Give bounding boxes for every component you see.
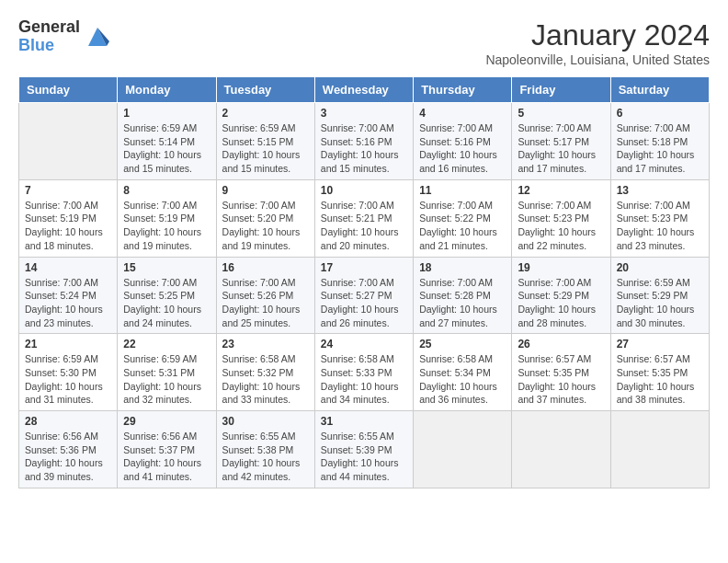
day-number: 10 (321, 184, 407, 197)
day-number: 6 (617, 107, 703, 120)
day-number: 14 (25, 261, 111, 274)
weekday-header-monday: Monday (118, 77, 216, 103)
day-info: Sunrise: 7:00 AM Sunset: 5:26 PM Dayligh… (222, 276, 309, 330)
calendar-cell: 27Sunrise: 6:57 AM Sunset: 5:35 PM Dayli… (610, 334, 709, 411)
calendar-cell: 23Sunrise: 6:58 AM Sunset: 5:32 PM Dayli… (216, 334, 314, 411)
calendar-cell (414, 411, 512, 488)
calendar-cell (512, 411, 610, 488)
day-info: Sunrise: 7:00 AM Sunset: 5:21 PM Dayligh… (321, 199, 407, 253)
calendar-cell: 11Sunrise: 7:00 AM Sunset: 5:22 PM Dayli… (414, 179, 512, 257)
day-number: 30 (222, 415, 309, 428)
day-info: Sunrise: 7:00 AM Sunset: 5:28 PM Dayligh… (419, 276, 506, 330)
day-info: Sunrise: 7:00 AM Sunset: 5:23 PM Dayligh… (518, 199, 604, 253)
day-number: 19 (518, 261, 604, 274)
weekday-header-row: SundayMondayTuesdayWednesdayThursdayFrid… (19, 77, 710, 103)
day-number: 1 (123, 107, 210, 120)
day-info: Sunrise: 7:00 AM Sunset: 5:29 PM Dayligh… (518, 276, 604, 330)
day-info: Sunrise: 6:58 AM Sunset: 5:34 PM Dayligh… (419, 352, 506, 407)
weekday-header-tuesday: Tuesday (216, 77, 314, 103)
day-info: Sunrise: 6:59 AM Sunset: 5:29 PM Dayligh… (617, 276, 703, 330)
day-info: Sunrise: 7:00 AM Sunset: 5:23 PM Dayligh… (617, 199, 703, 253)
day-info: Sunrise: 6:59 AM Sunset: 5:15 PM Dayligh… (222, 121, 309, 176)
calendar-cell: 3Sunrise: 7:00 AM Sunset: 5:16 PM Daylig… (314, 103, 413, 180)
day-info: Sunrise: 7:00 AM Sunset: 5:25 PM Dayligh… (123, 276, 210, 330)
day-number: 28 (25, 415, 111, 428)
calendar-week-row: 21Sunrise: 6:59 AM Sunset: 5:30 PM Dayli… (19, 334, 710, 411)
day-info: Sunrise: 7:00 AM Sunset: 5:24 PM Dayligh… (25, 276, 111, 330)
calendar-cell: 19Sunrise: 7:00 AM Sunset: 5:29 PM Dayli… (512, 257, 610, 334)
day-info: Sunrise: 6:56 AM Sunset: 5:36 PM Dayligh… (25, 430, 111, 484)
calendar-week-row: 7Sunrise: 7:00 AM Sunset: 5:19 PM Daylig… (19, 179, 710, 257)
day-info: Sunrise: 7:00 AM Sunset: 5:16 PM Dayligh… (419, 121, 506, 176)
day-info: Sunrise: 6:58 AM Sunset: 5:32 PM Dayligh… (222, 352, 309, 407)
calendar-cell: 4Sunrise: 7:00 AM Sunset: 5:16 PM Daylig… (414, 103, 512, 180)
logo-icon (84, 23, 111, 51)
day-number: 9 (222, 184, 309, 197)
weekday-header-wednesday: Wednesday (314, 77, 413, 103)
day-number: 22 (123, 338, 210, 350)
calendar-cell: 6Sunrise: 7:00 AM Sunset: 5:18 PM Daylig… (610, 103, 709, 180)
day-number: 3 (321, 107, 407, 120)
day-number: 23 (222, 338, 309, 350)
weekday-header-friday: Friday (512, 77, 610, 103)
weekday-header-thursday: Thursday (414, 77, 512, 103)
calendar-cell: 28Sunrise: 6:56 AM Sunset: 5:36 PM Dayli… (19, 411, 118, 488)
calendar-cell: 24Sunrise: 6:58 AM Sunset: 5:33 PM Dayli… (314, 334, 413, 411)
day-number: 24 (321, 338, 407, 350)
logo-general-text: General (18, 18, 80, 37)
day-number: 2 (222, 107, 309, 120)
calendar-cell: 26Sunrise: 6:57 AM Sunset: 5:35 PM Dayli… (512, 334, 610, 411)
logo-blue-text: Blue (18, 37, 80, 55)
day-number: 16 (222, 261, 309, 274)
day-info: Sunrise: 7:00 AM Sunset: 5:22 PM Dayligh… (419, 199, 506, 253)
calendar-cell: 15Sunrise: 7:00 AM Sunset: 5:25 PM Dayli… (118, 257, 216, 334)
calendar-week-row: 1Sunrise: 6:59 AM Sunset: 5:14 PM Daylig… (19, 103, 710, 180)
day-number: 15 (123, 261, 210, 274)
weekday-header-sunday: Sunday (19, 77, 118, 103)
day-number: 20 (617, 261, 703, 274)
calendar-cell: 12Sunrise: 7:00 AM Sunset: 5:23 PM Dayli… (512, 179, 610, 257)
day-info: Sunrise: 6:59 AM Sunset: 5:14 PM Dayligh… (123, 121, 210, 176)
day-info: Sunrise: 6:57 AM Sunset: 5:35 PM Dayligh… (518, 352, 604, 407)
page-header: General Blue January 2024 Napoleonville,… (18, 18, 710, 67)
calendar-cell: 9Sunrise: 7:00 AM Sunset: 5:20 PM Daylig… (216, 179, 314, 257)
day-number: 17 (321, 261, 407, 274)
day-info: Sunrise: 7:00 AM Sunset: 5:20 PM Dayligh… (222, 199, 309, 253)
day-info: Sunrise: 6:55 AM Sunset: 5:39 PM Dayligh… (321, 430, 407, 484)
day-info: Sunrise: 7:00 AM Sunset: 5:17 PM Dayligh… (518, 121, 604, 176)
calendar-cell: 16Sunrise: 7:00 AM Sunset: 5:26 PM Dayli… (216, 257, 314, 334)
day-info: Sunrise: 6:58 AM Sunset: 5:33 PM Dayligh… (321, 352, 407, 407)
day-info: Sunrise: 6:55 AM Sunset: 5:38 PM Dayligh… (222, 430, 309, 484)
day-number: 26 (518, 338, 604, 350)
calendar-cell: 2Sunrise: 6:59 AM Sunset: 5:15 PM Daylig… (216, 103, 314, 180)
day-number: 11 (419, 184, 506, 197)
calendar-cell: 7Sunrise: 7:00 AM Sunset: 5:19 PM Daylig… (19, 179, 118, 257)
day-info: Sunrise: 7:00 AM Sunset: 5:27 PM Dayligh… (321, 276, 407, 330)
day-info: Sunrise: 6:57 AM Sunset: 5:35 PM Dayligh… (617, 352, 703, 407)
day-info: Sunrise: 6:59 AM Sunset: 5:30 PM Dayligh… (25, 352, 111, 407)
calendar-cell: 5Sunrise: 7:00 AM Sunset: 5:17 PM Daylig… (512, 103, 610, 180)
logo: General Blue (18, 18, 111, 55)
day-number: 5 (518, 107, 604, 120)
day-number: 7 (25, 184, 111, 197)
day-number: 13 (617, 184, 703, 197)
day-info: Sunrise: 7:00 AM Sunset: 5:18 PM Dayligh… (617, 121, 703, 176)
day-number: 29 (123, 415, 210, 428)
calendar-table: SundayMondayTuesdayWednesdayThursdayFrid… (18, 76, 710, 488)
calendar-cell: 20Sunrise: 6:59 AM Sunset: 5:29 PM Dayli… (610, 257, 709, 334)
calendar-cell: 17Sunrise: 7:00 AM Sunset: 5:27 PM Dayli… (314, 257, 413, 334)
calendar-cell (610, 411, 709, 488)
day-number: 31 (321, 415, 407, 428)
calendar-cell: 10Sunrise: 7:00 AM Sunset: 5:21 PM Dayli… (314, 179, 413, 257)
calendar-cell: 1Sunrise: 6:59 AM Sunset: 5:14 PM Daylig… (118, 103, 216, 180)
day-number: 27 (617, 338, 703, 350)
calendar-cell: 29Sunrise: 6:56 AM Sunset: 5:37 PM Dayli… (118, 411, 216, 488)
day-number: 12 (518, 184, 604, 197)
day-info: Sunrise: 7:00 AM Sunset: 5:16 PM Dayligh… (321, 121, 407, 176)
month-title: January 2024 (485, 18, 710, 52)
day-number: 18 (419, 261, 506, 274)
calendar-cell: 13Sunrise: 7:00 AM Sunset: 5:23 PM Dayli… (610, 179, 709, 257)
location-subtitle: Napoleonville, Louisiana, United States (485, 52, 710, 67)
calendar-cell: 8Sunrise: 7:00 AM Sunset: 5:19 PM Daylig… (118, 179, 216, 257)
calendar-cell: 18Sunrise: 7:00 AM Sunset: 5:28 PM Dayli… (414, 257, 512, 334)
